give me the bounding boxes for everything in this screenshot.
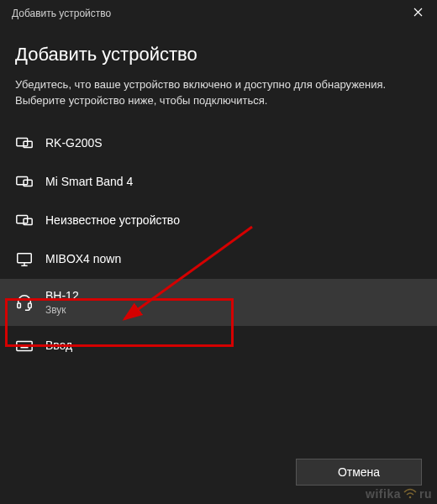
device-list: RK-G200S Mi Smart Band 4 Неизвестное уст… (0, 124, 437, 365)
content: Добавить устройство Убедитесь, что ваше … (0, 27, 437, 365)
svg-rect-10 (29, 303, 32, 308)
svg-point-18 (409, 496, 412, 499)
monitor-icon (15, 250, 34, 269)
wifi-icon (403, 488, 417, 500)
watermark: wifika ru (366, 487, 432, 501)
cancel-button[interactable]: Отмена (296, 459, 422, 486)
titlebar: Добавить устройство (0, 0, 437, 27)
instructions-text: Убедитесь, что ваше устройство включено … (15, 77, 422, 109)
keyboard-icon (15, 336, 34, 354)
device-subtitle: Звук (45, 304, 79, 316)
device-item[interactable]: Неизвестное устройство (0, 202, 437, 240)
device-name: Mi Smart Band 4 (45, 175, 133, 189)
device-item-selected[interactable]: BH-12 Звук (0, 279, 437, 327)
display-icon (15, 134, 34, 153)
display-icon (15, 212, 34, 230)
device-name: MIBOX4 nown (45, 252, 121, 266)
close-button[interactable] (398, 0, 437, 27)
device-name: Неизвестное устройство (45, 213, 180, 228)
headset-icon (15, 293, 34, 312)
watermark-text-right: ru (419, 487, 432, 501)
device-item[interactable]: Ввод (0, 326, 437, 365)
device-name: BH-12 (45, 289, 79, 303)
device-item[interactable]: Mi Smart Band 4 (0, 163, 437, 202)
device-item[interactable]: RK-G200S (0, 124, 437, 163)
close-icon (413, 8, 423, 19)
watermark-text-left: wifika (366, 487, 401, 501)
svg-rect-0 (17, 138, 28, 145)
page-title: Добавить устройство (15, 44, 422, 66)
display-icon (15, 173, 34, 192)
footer: Отмена (296, 459, 422, 486)
svg-rect-6 (18, 253, 32, 262)
svg-rect-4 (17, 215, 28, 223)
svg-rect-2 (17, 176, 28, 184)
device-item[interactable]: MIBOX4 nown (0, 240, 437, 279)
device-name: Ввод (45, 339, 72, 353)
window-title: Добавить устройство (12, 8, 111, 19)
device-name: RK-G200S (45, 136, 103, 150)
svg-rect-9 (18, 303, 21, 308)
svg-rect-11 (17, 342, 32, 351)
